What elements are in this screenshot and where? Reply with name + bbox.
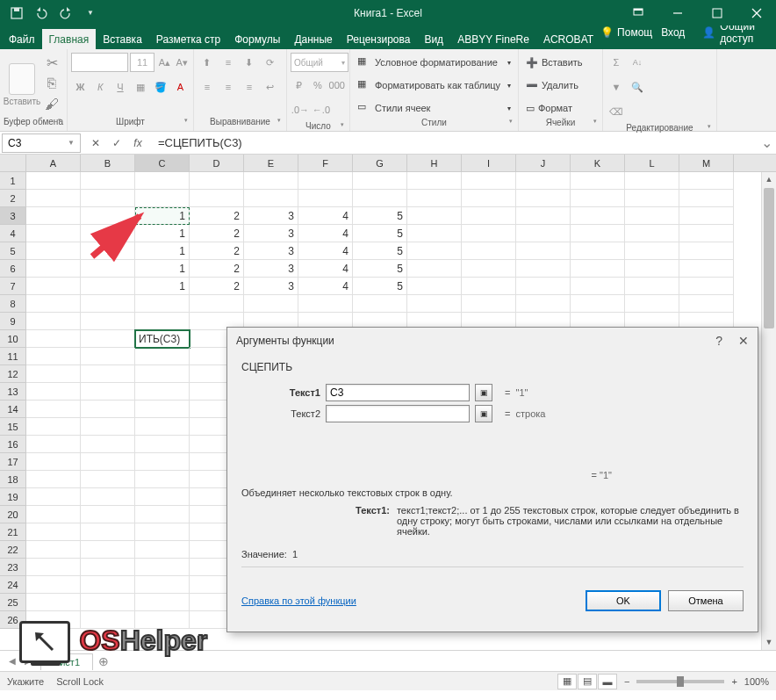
align-right-button[interactable]: ≡	[240, 77, 259, 97]
cell-B1[interactable]	[81, 172, 135, 190]
row-header-24[interactable]: 24	[0, 576, 26, 594]
cell-D2[interactable]	[190, 190, 244, 207]
page-break-view-button[interactable]: ▬	[598, 674, 617, 689]
formula-input[interactable]: =СЦЕПИТЬ(C3)	[153, 134, 757, 153]
cell-E3[interactable]: 3	[244, 207, 298, 225]
maximize-button[interactable]	[697, 0, 736, 25]
vertical-scrollbar[interactable]: ▲ ▼	[761, 172, 776, 650]
cell-C24[interactable]	[135, 576, 190, 594]
add-sheet-button[interactable]: ⊕	[93, 653, 114, 669]
cell-J1[interactable]	[516, 172, 571, 190]
cell-A23[interactable]	[26, 559, 81, 576]
cell-K3[interactable]	[571, 207, 625, 225]
row-header-22[interactable]: 22	[0, 541, 26, 559]
scroll-up-button[interactable]: ▲	[762, 172, 776, 187]
cell-J2[interactable]	[516, 190, 571, 207]
tab-data[interactable]: Данные	[287, 29, 339, 49]
row-header-18[interactable]: 18	[0, 471, 26, 488]
cell-I2[interactable]	[462, 190, 516, 207]
cell-J8[interactable]	[516, 295, 571, 313]
row-header-21[interactable]: 21	[0, 523, 26, 541]
row-header-10[interactable]: 10	[0, 330, 26, 348]
row-header-6[interactable]: 6	[0, 260, 26, 278]
cell-I5[interactable]	[462, 242, 516, 260]
dialog-help-button[interactable]: ?	[715, 334, 722, 348]
insert-cells-button[interactable]: ➕Вставить	[522, 53, 599, 72]
col-header-D[interactable]: D	[190, 155, 244, 171]
cell-B5[interactable]	[81, 242, 135, 260]
row-header-13[interactable]: 13	[0, 383, 26, 401]
cell-M4[interactable]	[679, 225, 734, 242]
col-header-H[interactable]: H	[407, 155, 462, 171]
cell-H2[interactable]	[407, 190, 462, 207]
cell-H7[interactable]	[407, 278, 462, 295]
row-header-7[interactable]: 7	[0, 278, 26, 295]
cell-M6[interactable]	[679, 260, 734, 278]
cell-C7[interactable]: 1	[135, 278, 190, 295]
sort-button[interactable]: A↓	[628, 53, 647, 72]
cell-A22[interactable]	[26, 541, 81, 559]
cell-G4[interactable]: 5	[353, 225, 407, 242]
cell-H3[interactable]	[407, 207, 462, 225]
range-select-button-1[interactable]: ▣	[475, 405, 492, 422]
comma-button[interactable]: 000	[328, 76, 346, 95]
cell-I8[interactable]	[462, 295, 516, 313]
cell-H1[interactable]	[407, 172, 462, 190]
bold-button[interactable]: Ж	[71, 77, 90, 97]
cell-D1[interactable]	[190, 172, 244, 190]
row-header-11[interactable]: 11	[0, 348, 26, 365]
name-box[interactable]: C3▼	[2, 134, 81, 153]
zoom-out-button[interactable]: −	[624, 676, 629, 687]
col-header-I[interactable]: I	[462, 155, 516, 171]
row-header-2[interactable]: 2	[0, 190, 26, 207]
cell-A12[interactable]	[26, 365, 81, 383]
cell-C19[interactable]	[135, 488, 190, 506]
align-middle-button[interactable]: ≡	[219, 53, 238, 72]
col-header-C[interactable]: C	[135, 155, 190, 171]
tab-formulas[interactable]: Формулы	[227, 29, 287, 49]
cell-D3[interactable]: 2	[190, 207, 244, 225]
cell-A10[interactable]	[26, 330, 81, 348]
cell-K6[interactable]	[571, 260, 625, 278]
row-header-17[interactable]: 17	[0, 453, 26, 471]
page-layout-view-button[interactable]: ▤	[578, 674, 597, 689]
cancel-formula-button[interactable]: ✕	[86, 134, 105, 153]
cell-F8[interactable]	[298, 295, 353, 313]
cell-E1[interactable]	[244, 172, 298, 190]
range-select-button-0[interactable]: ▣	[475, 384, 492, 401]
cell-C10[interactable]: ИТЬ(C3)	[135, 330, 190, 348]
cell-A2[interactable]	[26, 190, 81, 207]
cell-L6[interactable]	[625, 260, 679, 278]
cell-A7[interactable]	[26, 278, 81, 295]
cell-A15[interactable]	[26, 418, 81, 436]
cell-L7[interactable]	[625, 278, 679, 295]
dialog-close-button[interactable]: ✕	[738, 334, 749, 348]
row-header-8[interactable]: 8	[0, 295, 26, 313]
cell-K8[interactable]	[571, 295, 625, 313]
cell-A8[interactable]	[26, 295, 81, 313]
col-header-A[interactable]: A	[26, 155, 81, 171]
cell-A4[interactable]	[26, 225, 81, 242]
cell-B9[interactable]	[81, 313, 135, 330]
row-header-19[interactable]: 19	[0, 488, 26, 506]
cell-C6[interactable]: 1	[135, 260, 190, 278]
cell-B26[interactable]	[81, 611, 135, 629]
cell-A20[interactable]	[26, 506, 81, 523]
find-button[interactable]: 🔍	[628, 77, 647, 97]
cell-B12[interactable]	[81, 365, 135, 383]
tell-me-search[interactable]: 💡 Помощ	[600, 26, 652, 39]
cell-C12[interactable]	[135, 365, 190, 383]
close-button[interactable]	[736, 0, 776, 25]
cell-C18[interactable]	[135, 471, 190, 488]
cell-J7[interactable]	[516, 278, 571, 295]
arg-input-0[interactable]	[326, 384, 470, 401]
scroll-down-button[interactable]: ▼	[762, 635, 776, 650]
cell-K5[interactable]	[571, 242, 625, 260]
cell-F4[interactable]: 4	[298, 225, 353, 242]
cell-C5[interactable]: 1	[135, 242, 190, 260]
cell-A13[interactable]	[26, 383, 81, 401]
font-size-dropdown[interactable]: 11	[130, 53, 155, 72]
cell-G6[interactable]: 5	[353, 260, 407, 278]
cell-C9[interactable]	[135, 313, 190, 330]
cell-A3[interactable]	[26, 207, 81, 225]
